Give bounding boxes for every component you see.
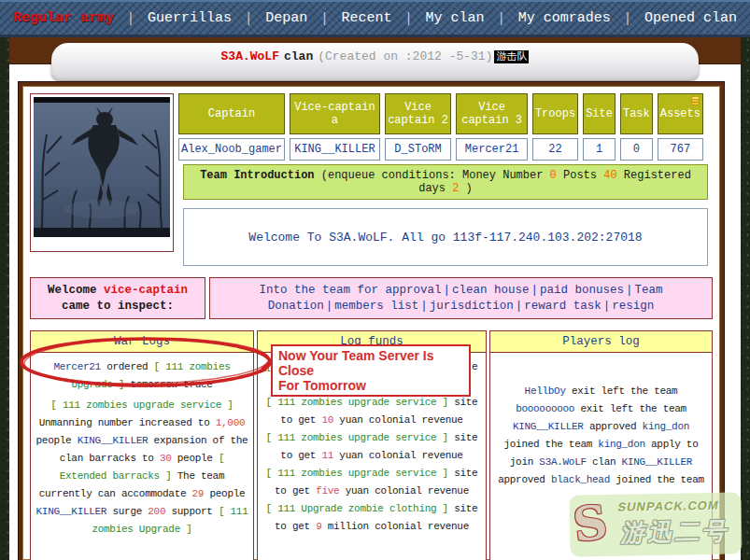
header-assets: Assets	[658, 93, 703, 134]
log-text: yuan colonial revenue	[333, 414, 463, 426]
player-name-link[interactable]: king_don	[598, 439, 644, 450]
link-resign[interactable]: resign	[612, 300, 654, 313]
nav-separator: |	[624, 11, 631, 26]
log-text: clan	[587, 456, 622, 468]
annotation-arrow-icon	[258, 358, 273, 375]
nav-brand-regular-army[interactable]: Regular army	[13, 10, 114, 26]
player-name-link[interactable]: HellbOy	[525, 385, 566, 397]
player-name-link[interactable]: KING__KILLER	[78, 435, 149, 446]
number-value: 40	[603, 169, 616, 182]
nav-item-depan[interactable]: Depan	[265, 10, 307, 26]
log-text: )	[459, 182, 472, 195]
section-title: Team Introduction	[200, 169, 314, 182]
action-link[interactable]: [ 111 Upgrade zombie clothing ]	[266, 503, 448, 514]
clan-word: clan	[284, 49, 313, 63]
cell-site: 1	[583, 138, 616, 161]
log-text: Unmanning number increased to	[39, 417, 216, 428]
action-link[interactable]: [ 111 zombies upgrade service ]	[266, 468, 448, 479]
cell-vice-captain-a[interactable]: KING__KILLER	[290, 138, 380, 161]
number-value: 1,000	[216, 417, 246, 428]
number-value: 200	[148, 506, 165, 517]
main-content-box: Captain Vice-captain a Vice captain 2 Vi…	[19, 82, 724, 560]
cell-troops: 22	[532, 138, 578, 161]
player-name-link[interactable]: king_don	[643, 421, 689, 432]
link-into-team-approval[interactable]: Into the team for approval	[259, 284, 441, 297]
welcome-message-box: Welcome To S3A.WoLF. All go 113f-117.240…	[183, 208, 708, 266]
top-navbar: Regular army | Guerrillas | Depan | Rece…	[0, 0, 750, 37]
cell-task: 0	[620, 138, 653, 161]
action-link[interactable]: [ 111 zombies upgrade service ]	[266, 397, 448, 408]
player-name-link[interactable]: booooooooo	[516, 403, 574, 414]
nav-item-my-comrades[interactable]: My comrades	[518, 10, 611, 26]
log-text: ordered	[101, 361, 154, 372]
team-introduction-bar: Team Introduction (enqueue conditions: M…	[183, 164, 708, 200]
clan-summary-table: Captain Vice-captain a Vice captain 2 Vi…	[174, 90, 708, 164]
werewolf-photo	[34, 97, 170, 237]
number-value: 30	[160, 453, 172, 464]
cell-vice-captain-3[interactable]: Mercer21	[456, 138, 528, 161]
log-text: surge	[106, 506, 148, 517]
number-value: 0	[550, 169, 557, 182]
log-text: yuan colonial revenue	[333, 450, 463, 461]
nav-separator: |	[497, 11, 504, 26]
log-text: exit left the team	[574, 403, 686, 414]
summary-data-row: Alex_Noob_gamer KING__KILLER D_SToRM Mer…	[178, 138, 703, 161]
link-members-list[interactable]: members list	[334, 300, 418, 313]
action-link[interactable]: [ 111 zombies upgrade service ]	[50, 399, 233, 411]
player-name-link[interactable]: KING__KILLER	[36, 506, 107, 517]
war-logs-header: War Logs	[31, 331, 253, 353]
log-text: million colonial revenue	[321, 521, 469, 532]
header-vice-captain-3: Vice captain 3	[456, 93, 528, 134]
link-separator: |	[516, 300, 523, 313]
header-task: Task	[620, 93, 653, 134]
link-reward-task[interactable]: reward task	[524, 300, 601, 313]
server-close-note: Now Your Team Server Is Close For Tomorr…	[271, 344, 471, 397]
link-separator: |	[326, 300, 333, 313]
clan-actions-bar: Into the team for approval|clean house|p…	[209, 277, 713, 319]
clan-created-date: (Created on :2012 -5-31)	[318, 49, 492, 63]
header-vice-captain-2: Vice captain 2	[385, 93, 452, 134]
cell-vice-captain-2[interactable]: D_SToRM	[385, 138, 452, 161]
war-log-entry: [ 111 zombies upgrade service ] Unmannin…	[34, 397, 250, 539]
log-text: tomorrow truce	[124, 379, 213, 390]
vice-captain-role: vice-captain	[104, 284, 188, 297]
action-link[interactable]: [ 111 zombies upgrade service ]	[266, 432, 448, 443]
coins-icon	[690, 96, 700, 109]
header-site: Site	[583, 93, 616, 134]
nav-separator: |	[320, 11, 328, 26]
link-jurisdiction[interactable]: jurisdiction	[430, 300, 514, 313]
clan-photo-frame	[30, 93, 174, 252]
fund-log-entry: [ 111 Upgrade zombie clothing ] site to …	[261, 500, 483, 536]
player-name-link[interactable]: S3A.WoLF	[539, 456, 586, 468]
header-captain: Captain	[178, 93, 285, 134]
log-text: joined the team	[504, 439, 599, 450]
inspect-label-post: came to inspect:	[62, 300, 174, 313]
player-name-link[interactable]: black_head	[551, 474, 610, 485]
log-text: people	[204, 488, 245, 499]
player-name-link[interactable]: KING__KILLER	[513, 421, 584, 432]
summary-header-row: Captain Vice-captain a Vice captain 2 Vi…	[178, 93, 703, 134]
fund-log-entry: [ 111 zombies upgrade service ] site to …	[261, 394, 483, 429]
nav-item-opened-clan[interactable]: Opened clan	[644, 10, 737, 26]
log-text: people	[36, 435, 78, 446]
link-clean-house[interactable]: clean house	[452, 284, 530, 297]
player-name-link[interactable]: Mercer21	[53, 361, 100, 372]
nav-item-my-clan[interactable]: My clan	[426, 10, 485, 26]
player-name-link[interactable]: KING__KILLER	[622, 456, 693, 468]
fund-log-entry: [ 111 zombies upgrade service ] site to …	[261, 465, 483, 500]
log-text: approved	[498, 474, 551, 485]
welcome-message: Welcome To S3A.WoLF. All go 113f-117.240…	[248, 231, 642, 245]
cell-captain[interactable]: Alex_Noob_gamer	[178, 138, 285, 161]
link-separator: |	[420, 300, 428, 313]
number-value: 10	[321, 414, 333, 426]
war-logs-column: War Logs Mercer21 ordered [ 111 zombies …	[30, 330, 254, 560]
nav-item-guerrillas[interactable]: Guerrillas	[148, 10, 232, 26]
inspect-row: Welcome vice-captain came to inspect: In…	[30, 277, 713, 319]
nav-item-recent[interactable]: Recent	[341, 10, 391, 26]
log-text: Posts	[557, 169, 603, 182]
log-text: support	[165, 506, 219, 517]
link-paid-bonuses[interactable]: paid bonuses	[540, 284, 624, 297]
link-separator: |	[603, 300, 611, 313]
nav-separator: |	[245, 11, 252, 26]
players-log-body: HellbOy exit left the team booooooooo ex…	[490, 353, 712, 560]
